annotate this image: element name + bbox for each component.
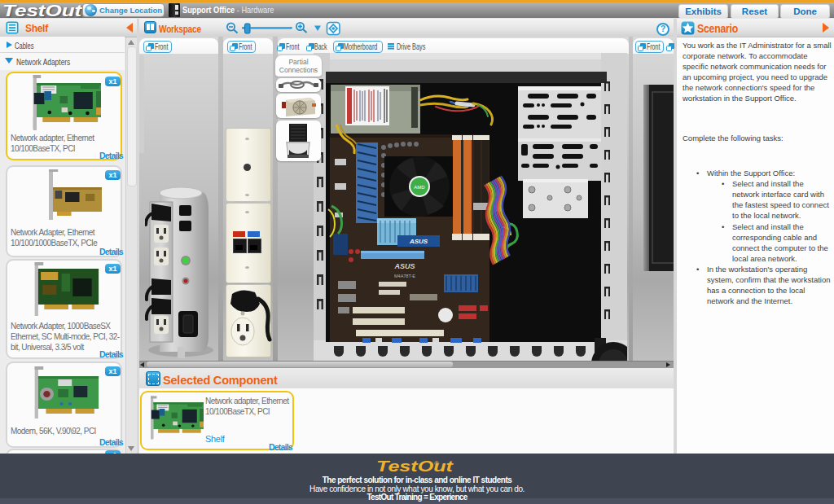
svg-text:AMD: AMD <box>414 185 425 190</box>
svg-text:M4A78T-E: M4A78T-E <box>394 274 415 278</box>
svg-text:ASUS: ASUS <box>409 238 428 245</box>
svg-text:ASUS: ASUS <box>393 262 415 270</box>
